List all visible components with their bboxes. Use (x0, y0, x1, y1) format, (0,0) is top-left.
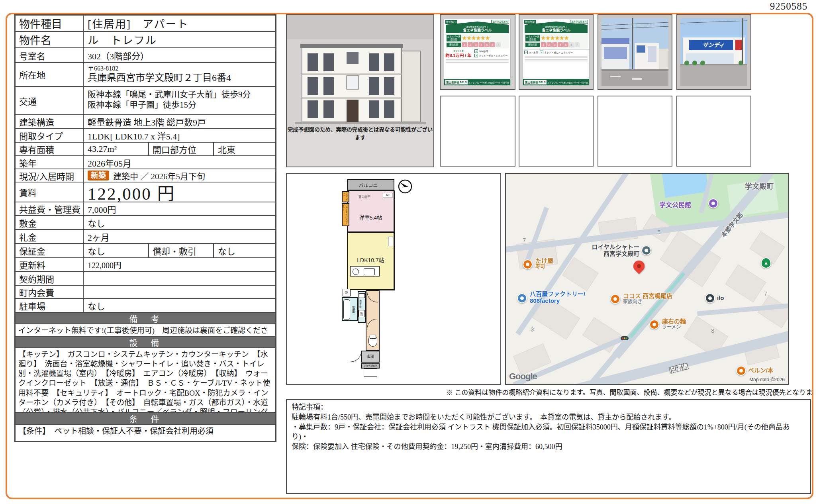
field-value: 2026年05月 (84, 156, 275, 169)
field-label: 所在地 (16, 63, 84, 86)
property-table: 物件種目 [住居用] アパート 物件名 ル トレフル 号室名 302（3階部分）… (14, 14, 276, 442)
district-label: 学文殿町 (745, 182, 774, 191)
zeh-check: ZEH水準 (479, 49, 488, 53)
scale-5: 5 (484, 42, 490, 47)
field-value: なし (84, 216, 275, 229)
scale-3: 3 (552, 42, 557, 47)
field-value: 43.27m² (84, 143, 149, 155)
scale-2: 2 (468, 42, 473, 47)
field-value-2: 北東 (214, 143, 275, 155)
zayu-line1: 座右の麺 (662, 318, 686, 325)
cocos-line1: ココス 西宮鳴尾店 (623, 292, 672, 299)
zeh-check: ZEH水準 (529, 51, 538, 54)
field-label-2: 開口部方位 (149, 143, 214, 155)
photo-slot-empty-3 (598, 96, 672, 167)
scale-5: 5 (563, 42, 568, 47)
indoor-drying-label: 室内物干 (349, 194, 380, 199)
scale-1: 1 (462, 42, 467, 47)
photo-slot-empty-4 (676, 96, 751, 167)
scale-7: 7 (496, 42, 501, 47)
google-logo: Google (509, 371, 537, 382)
table-row: 更新料 122,000円 (16, 258, 275, 272)
block-number: 3 (531, 326, 534, 333)
table-row: 建築構造 軽量鉄骨造 地上3階 総戸数9戸 (16, 115, 275, 129)
field-label: 専有面積 (16, 143, 84, 155)
field-label: 共益費・管理費 (16, 202, 84, 215)
photo-slot-empty-1 (440, 96, 515, 167)
ldk-label: LDK10.7帖 (347, 256, 394, 264)
energy-label-card: 住宅(個戸) 再エネ設備あり 建築物省エネ法に基づく 省エネ性能ラベル エネルギ… (444, 19, 510, 85)
takeya-poi-icon (523, 259, 533, 269)
bedroom-label: 洋室5.4帖 (347, 214, 394, 221)
royal-chateau-line1: ロイヤルシャトー (580, 243, 639, 250)
special-notes-line1: 駐輪場有料1台/550円、売電開始までお時間をいただく可能性がございます。 本貸… (292, 412, 805, 422)
table-row: 物件種目 [住居用] アパート (16, 16, 275, 32)
field-value: 302（3階部分） (84, 48, 275, 62)
remarks-header: 備 考 (16, 313, 275, 324)
table-row: 共益費・管理費 7,000円 (16, 202, 275, 216)
field-label: 礼金 (16, 230, 84, 243)
block-number: 5 (657, 229, 660, 235)
yaoya-line1: 八百屋ファクトリー/ (530, 290, 585, 297)
insulation-scale: 1 2 3 4 5 6 7 (541, 42, 580, 47)
zayu-poi-icon (649, 320, 659, 329)
bels-date: 評価日 2025年10月10日 (488, 81, 509, 84)
washer-label: 洗 (359, 312, 365, 316)
bels-badge: 第三者評価 BELS (524, 80, 547, 84)
property-flyer-page: 9250585 物件種目 [住居用] アパート 物件名 ル トレフル 号室名 3… (0, 0, 819, 504)
map-copyright: Map data ©2026 (749, 377, 785, 382)
vanity-sink-icon (359, 293, 365, 298)
field-value: 122,000円 (84, 258, 275, 271)
estimated-cost: 約8.1万円 / 年 (444, 52, 473, 58)
table-row: 敷金 なし (16, 216, 275, 230)
block-number: 7 (764, 290, 767, 297)
shoebox-label: シューズBOX (361, 364, 380, 367)
ilo-label: ilo (717, 294, 724, 301)
equipment-header: 設 備 (16, 337, 275, 348)
scale-6: 6 (490, 42, 495, 47)
community-center-poi-icon (708, 198, 718, 208)
ac-label: AC (383, 194, 392, 196)
table-row: 契約期間 (16, 272, 275, 286)
photo-street-1 (598, 14, 672, 90)
field-label: 号室名 (16, 48, 84, 62)
field-value: ル トレフル (84, 32, 275, 47)
field-label: 更新料 (16, 258, 84, 271)
field-label: 駐車場 (16, 299, 84, 312)
sandy-store-sign: サンディ (696, 41, 731, 49)
street-photo-image (598, 15, 672, 89)
energy-row2-label: 断熱性能 (525, 43, 540, 47)
photo-energy-label-1: 住宅(個戸) 再エネ設備あり 建築物省エネ法に基づく 省エネ性能ラベル エネルギ… (440, 14, 515, 90)
scale-4: 4 (558, 42, 563, 47)
field-label: 町内会費 (16, 286, 84, 298)
field-label-2: 償却・敷引 (149, 244, 214, 257)
special-notes-line3: 保険：保険要加入 住宅保険・その他費用契約金：19,250円・室内清掃費用：60… (292, 442, 805, 452)
field-label: 現況/入居時期 (16, 169, 84, 182)
table-row: 交通 阪神本線「鳴尾・武庫川女子大前」徒歩9分 阪神本線「甲子園」徒歩15分 (16, 87, 275, 115)
insulation-scale: 1 2 3 4 5 6 7 (462, 42, 501, 47)
scale-4: 4 (479, 42, 484, 47)
cost-caption: 目安光熱費 (444, 49, 473, 52)
entry-step (364, 369, 377, 377)
block-number: 7 (523, 237, 526, 243)
bath-label: 浴室 (351, 303, 355, 316)
entrance-label: 玄関 (361, 354, 380, 359)
stove-burner-icon (353, 269, 359, 275)
photo-street-2-sandy: サンディ (676, 14, 751, 90)
photo-energy-label-2: 住宅(住棟) 再エネ設備あり 建築物省エネ法に基づく 省エネ性能ラベル エネルギ… (519, 14, 594, 90)
field-value (84, 272, 275, 285)
traffic-light-icon (621, 336, 629, 340)
field-value: なし (84, 244, 149, 257)
bathtub-icon (343, 299, 350, 320)
field-label: 賃料 (16, 182, 84, 202)
photo-slot-empty-2 (519, 96, 594, 167)
scale-6: 6 (569, 42, 574, 47)
field-value: 1LDK[ LDK10.7 x 洋5.4] (84, 129, 275, 142)
table-row: 専有面積 43.27m² 開口部方位 北東 (16, 143, 275, 156)
table-row: 保証金 なし 償却・敷引 なし (16, 244, 275, 258)
wall-line (379, 289, 395, 290)
field-label: 築年 (16, 156, 84, 169)
bels-date: 評価日 2025年10月10日 (566, 81, 588, 84)
conditions-header: 条 件 (16, 413, 275, 425)
table-row: 所在地 〒663-8182 兵庫県西宮市学文殿町２丁目6番4 (16, 63, 275, 87)
